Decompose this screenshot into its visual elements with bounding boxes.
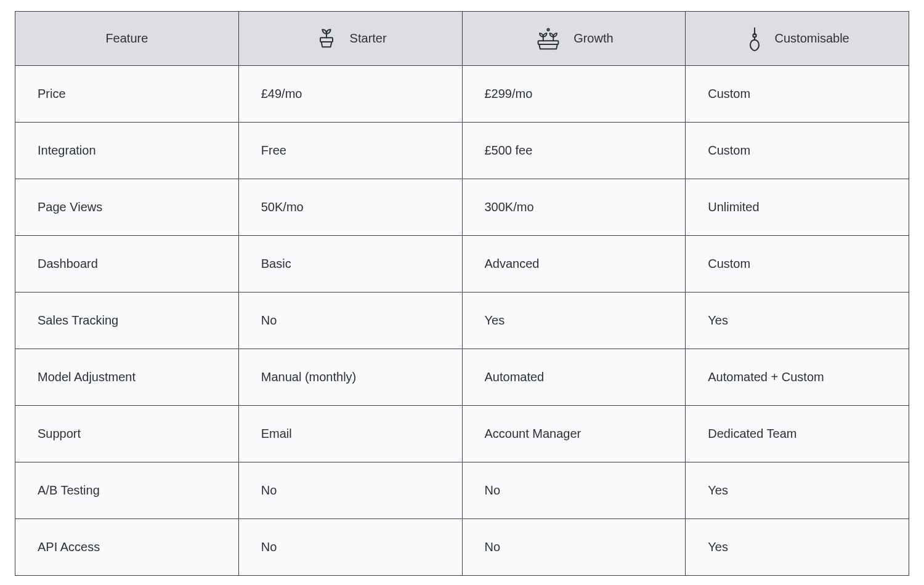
pricing-table: Feature [15,11,909,576]
table-row: Support Email Account Manager Dedicated … [15,406,909,462]
table-row: Price £49/mo £299/mo Custom [15,66,909,123]
cell-feature: Model Adjustment [15,349,239,406]
cell-starter: Basic [238,236,462,292]
growth-sprout-icon [534,26,562,51]
column-header-label: Starter [350,31,387,46]
cell-starter: No [238,462,462,519]
cell-feature: Price [15,66,239,123]
cell-feature: Page Views [15,179,239,236]
column-header-growth: Growth [462,12,686,66]
cell-starter: No [238,292,462,349]
cell-custom: Dedicated Team [686,406,909,462]
column-header-customisable: Customisable [686,12,909,66]
cell-starter: No [238,519,462,576]
column-header-label: Feature [105,31,148,46]
cell-custom: Yes [686,519,909,576]
cell-growth: No [462,462,686,519]
cell-custom: Custom [686,236,909,292]
cell-starter: 50K/mo [238,179,462,236]
column-header-feature: Feature [15,12,239,66]
starter-plant-icon [314,26,339,51]
cell-custom: Yes [686,462,909,519]
column-header-label: Customisable [775,31,849,46]
cell-feature: Support [15,406,239,462]
cell-growth: £299/mo [462,66,686,123]
table-header-row: Feature [15,12,909,66]
table-row: A/B Testing No No Yes [15,462,909,519]
cell-starter: £49/mo [238,66,462,123]
cell-custom: Custom [686,123,909,179]
cell-feature: Integration [15,123,239,179]
table-body: Price £49/mo £299/mo Custom Integration … [15,66,909,576]
svg-rect-0 [320,38,333,42]
svg-point-1 [547,28,549,30]
cell-feature: Dashboard [15,236,239,292]
custom-trowel-icon [745,26,764,52]
cell-feature: API Access [15,519,239,576]
cell-growth: Yes [462,292,686,349]
table-row: Integration Free £500 fee Custom [15,123,909,179]
table-row: Model Adjustment Manual (monthly) Automa… [15,349,909,406]
cell-custom: Custom [686,66,909,123]
table-row: Sales Tracking No Yes Yes [15,292,909,349]
cell-growth: No [462,519,686,576]
cell-starter: Free [238,123,462,179]
svg-rect-2 [538,41,559,44]
cell-custom: Automated + Custom [686,349,909,406]
cell-growth: Automated [462,349,686,406]
cell-starter: Manual (monthly) [238,349,462,406]
column-header-starter: Starter [238,12,462,66]
cell-growth: £500 fee [462,123,686,179]
cell-custom: Yes [686,292,909,349]
cell-growth: 300K/mo [462,179,686,236]
cell-growth: Advanced [462,236,686,292]
cell-feature: Sales Tracking [15,292,239,349]
table-row: Dashboard Basic Advanced Custom [15,236,909,292]
cell-growth: Account Manager [462,406,686,462]
column-header-label: Growth [573,31,613,46]
cell-starter: Email [238,406,462,462]
cell-feature: A/B Testing [15,462,239,519]
cell-custom: Unlimited [686,179,909,236]
table-row: API Access No No Yes [15,519,909,576]
table-row: Page Views 50K/mo 300K/mo Unlimited [15,179,909,236]
